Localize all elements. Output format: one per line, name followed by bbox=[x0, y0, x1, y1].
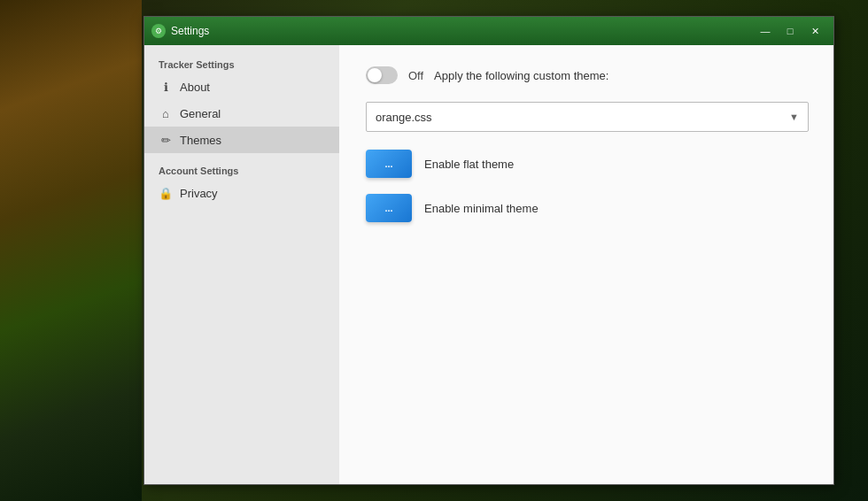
background-character bbox=[0, 0, 142, 501]
flat-theme-button[interactable]: ... bbox=[366, 150, 412, 178]
tracker-settings-header: Tracker Settings bbox=[144, 54, 339, 73]
close-button[interactable]: ✕ bbox=[803, 22, 826, 40]
window-icon: ⚙ bbox=[151, 24, 166, 38]
minimize-button[interactable]: — bbox=[754, 22, 777, 40]
pencil-icon: ✏ bbox=[159, 133, 173, 147]
window-body: Tracker Settings ℹ About ⌂ General ✏ The… bbox=[144, 45, 833, 484]
sidebar-item-general[interactable]: ⌂ General bbox=[144, 100, 339, 127]
themes-label: Themes bbox=[180, 134, 221, 147]
minimal-theme-label: Enable minimal theme bbox=[424, 202, 539, 215]
dropdown-value: orange.css bbox=[376, 111, 432, 124]
content-area: Off Apply the following custom theme: or… bbox=[339, 45, 833, 484]
toggle-state-label: Off bbox=[408, 69, 423, 82]
minimal-theme-row: ... Enable minimal theme bbox=[366, 194, 807, 222]
theme-dropdown[interactable]: orange.css ▼ bbox=[366, 102, 809, 132]
about-label: About bbox=[180, 81, 210, 94]
minimal-theme-button[interactable]: ... bbox=[366, 194, 412, 222]
maximize-button[interactable]: □ bbox=[779, 22, 802, 40]
theme-dropdown-row: orange.css ▼ bbox=[366, 102, 807, 132]
general-label: General bbox=[180, 107, 221, 120]
window-controls: — □ ✕ bbox=[754, 22, 826, 40]
sidebar: Tracker Settings ℹ About ⌂ General ✏ The… bbox=[144, 45, 339, 484]
privacy-label: Privacy bbox=[180, 187, 218, 200]
flat-theme-row: ... Enable flat theme bbox=[366, 150, 807, 178]
toggle-knob bbox=[368, 68, 382, 82]
custom-theme-toggle-row: Off Apply the following custom theme: bbox=[366, 66, 807, 84]
window-title: Settings bbox=[171, 25, 754, 37]
home-icon: ⌂ bbox=[159, 106, 173, 120]
sidebar-item-about[interactable]: ℹ About bbox=[144, 73, 339, 100]
flat-theme-label: Enable flat theme bbox=[424, 158, 514, 171]
lock-icon: 🔒 bbox=[159, 186, 173, 200]
info-icon: ℹ bbox=[159, 80, 173, 94]
title-bar: ⚙ Settings — □ ✕ bbox=[144, 17, 833, 45]
chevron-down-icon: ▼ bbox=[789, 112, 799, 122]
sidebar-item-privacy[interactable]: 🔒 Privacy bbox=[144, 180, 339, 206]
sidebar-item-themes[interactable]: ✏ Themes bbox=[144, 127, 339, 153]
account-settings-header: Account Settings bbox=[144, 160, 339, 180]
custom-theme-toggle[interactable] bbox=[366, 66, 398, 84]
settings-window: ⚙ Settings — □ ✕ Tracker Settings ℹ Abou… bbox=[143, 16, 834, 485]
toggle-description: Apply the following custom theme: bbox=[434, 69, 608, 82]
